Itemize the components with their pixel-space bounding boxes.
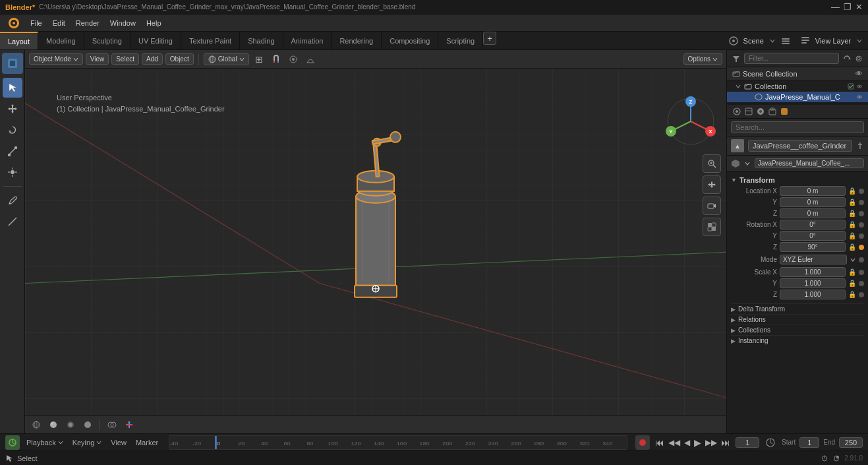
zoom-to-fit-btn[interactable]	[703, 154, 721, 173]
rotation-x-keyframe-dot[interactable]	[859, 222, 864, 228]
pin-icon[interactable]	[856, 142, 864, 150]
view-menu-btn[interactable]: View	[86, 53, 109, 65]
scale-tool-btn[interactable]	[3, 141, 22, 161]
scale-y-lock-icon[interactable]: 🔒	[848, 280, 856, 287]
location-x-field[interactable]: 0 m	[780, 186, 846, 196]
keying-menu-btn[interactable]: Keying	[70, 437, 105, 448]
solid-shading-btn[interactable]	[46, 418, 61, 432]
end-frame-field[interactable]: 250	[839, 437, 863, 448]
gizmos-toggle-btn[interactable]	[122, 418, 136, 432]
step-forward-btn[interactable]: ▶▶	[704, 437, 718, 449]
tab-modeling[interactable]: Modeling	[38, 32, 84, 49]
location-x-lock-icon[interactable]: 🔒	[848, 187, 856, 195]
outliner-item-collection[interactable]: Collection	[727, 81, 868, 92]
render-prop-icon[interactable]	[756, 107, 765, 116]
select-tool-btn[interactable]	[3, 78, 22, 98]
rotation-y-keyframe-dot[interactable]	[859, 233, 864, 239]
rotate-tool-btn[interactable]	[3, 120, 22, 140]
tab-animation[interactable]: Animation	[283, 32, 332, 49]
viewport-canvas[interactable]: User Perspective (1) Collection | JavaPr…	[25, 69, 726, 415]
rotation-x-field[interactable]: 0°	[780, 220, 846, 230]
scale-x-keyframe-dot[interactable]	[859, 270, 864, 275]
menu-render[interactable]: Render	[71, 18, 105, 28]
lookdev-shading-btn[interactable]	[63, 418, 78, 432]
delta-transform-row[interactable]: ▶ Delta Transform	[731, 303, 864, 314]
pan-btn[interactable]	[703, 175, 721, 194]
viewport-shading-btn[interactable]	[703, 218, 721, 236]
jump-to-start-btn[interactable]: ⏮	[654, 436, 666, 449]
current-frame-field[interactable]: 1	[736, 437, 759, 448]
outliner-search-input[interactable]	[744, 53, 839, 64]
collections-row[interactable]: ▶ Collections	[731, 325, 864, 335]
wireframe-shading-btn[interactable]	[29, 418, 43, 432]
location-x-keyframe-dot[interactable]	[859, 189, 864, 194]
tab-sculpting[interactable]: Sculpting	[84, 32, 130, 49]
scale-z-lock-icon[interactable]: 🔒	[848, 291, 856, 298]
options-btn[interactable]: Options	[683, 53, 722, 65]
snap-magnet-icon[interactable]	[269, 52, 283, 67]
object-prop-icon[interactable]	[780, 107, 789, 116]
renderlayer-prop-icon[interactable]	[744, 107, 753, 116]
properties-search-input[interactable]	[731, 121, 864, 133]
auto-keyframe-btn[interactable]	[635, 435, 650, 450]
menu-window[interactable]: Window	[105, 18, 141, 28]
scale-y-field[interactable]: 1.000	[780, 278, 846, 288]
outliner-settings-icon[interactable]	[855, 55, 863, 63]
outliner-item-javapresse[interactable]: JavaPresse_Manual_C	[727, 92, 868, 102]
relations-row[interactable]: ▶ Relations	[731, 314, 864, 325]
play-btn[interactable]: ▶	[693, 436, 703, 449]
marker-menu-btn[interactable]: Marker	[133, 437, 161, 448]
workspace-icon[interactable]	[2, 53, 23, 74]
close-btn[interactable]: ✕	[855, 2, 863, 12]
tab-shading[interactable]: Shading	[240, 32, 283, 49]
scale-z-keyframe-dot[interactable]	[859, 292, 864, 297]
playback-menu-btn[interactable]: Playback	[24, 437, 66, 448]
location-y-lock-icon[interactable]: 🔒	[848, 199, 856, 206]
maximize-btn[interactable]: ❐	[844, 2, 852, 12]
menu-file[interactable]: File	[25, 18, 47, 28]
rotation-z-lock-icon[interactable]: 🔒	[848, 243, 856, 251]
tab-compositing[interactable]: Compositing	[382, 32, 438, 49]
transform-header[interactable]: ▼ Transform	[731, 174, 864, 186]
rotation-y-field[interactable]: 0°	[780, 231, 846, 241]
location-y-keyframe-dot[interactable]	[859, 200, 864, 205]
transform-orientation-btn[interactable]: Global	[204, 53, 249, 65]
minimize-btn[interactable]: —	[831, 2, 840, 12]
proportional-falloff-icon[interactable]	[303, 52, 318, 67]
instancing-row[interactable]: ▶ Instancing	[731, 335, 864, 346]
timeline-mode-icon[interactable]	[5, 435, 20, 450]
move-tool-btn[interactable]	[3, 99, 22, 119]
output-prop-icon[interactable]	[768, 107, 777, 116]
proportional-edit-icon[interactable]	[286, 52, 301, 67]
rotation-z-field[interactable]: 90°	[780, 242, 846, 252]
rendered-shading-btn[interactable]	[80, 418, 95, 432]
navigation-gizmo[interactable]: Z X Y	[664, 95, 717, 149]
menu-help[interactable]: Help	[141, 18, 167, 28]
camera-view-btn[interactable]	[703, 197, 721, 215]
location-z-lock-icon[interactable]: 🔒	[848, 210, 856, 217]
jump-to-end-btn[interactable]: ⏭	[720, 436, 732, 449]
transform-tool-btn[interactable]	[3, 162, 22, 182]
scale-x-lock-icon[interactable]: 🔒	[848, 268, 856, 276]
timeline-ruler-area[interactable]: -40 -20 0 20 40 60 80 100 120 140 160 18…	[169, 435, 627, 450]
prev-keyframe-btn[interactable]: ◀◀	[667, 437, 681, 449]
rotation-mode-select[interactable]: XYZ Euler	[780, 255, 847, 264]
location-z-field[interactable]: 0 m	[780, 208, 846, 218]
rotation-x-lock-icon[interactable]: 🔒	[848, 221, 856, 228]
scale-z-field[interactable]: 1.000	[780, 290, 846, 299]
tab-texture-paint[interactable]: Texture Paint	[181, 32, 240, 49]
tab-layout[interactable]: Layout	[0, 32, 38, 49]
scale-x-field[interactable]: 1.000	[780, 267, 846, 277]
location-y-field[interactable]: 0 m	[780, 197, 846, 207]
object-menu-btn[interactable]: Object	[165, 53, 194, 65]
menu-blender[interactable]	[3, 16, 25, 30]
add-workspace-btn[interactable]: +	[483, 32, 496, 45]
overlay-btn[interactable]	[105, 418, 119, 432]
measure-tool-btn[interactable]	[3, 212, 22, 232]
tab-rendering[interactable]: Rendering	[332, 32, 382, 49]
tab-uv-editing[interactable]: UV Editing	[130, 32, 181, 49]
object-mode-dropdown[interactable]: Object Mode	[29, 53, 83, 65]
mode-dot[interactable]	[859, 257, 864, 263]
view-menu-btn[interactable]: View	[108, 437, 129, 448]
menu-edit[interactable]: Edit	[47, 18, 71, 28]
